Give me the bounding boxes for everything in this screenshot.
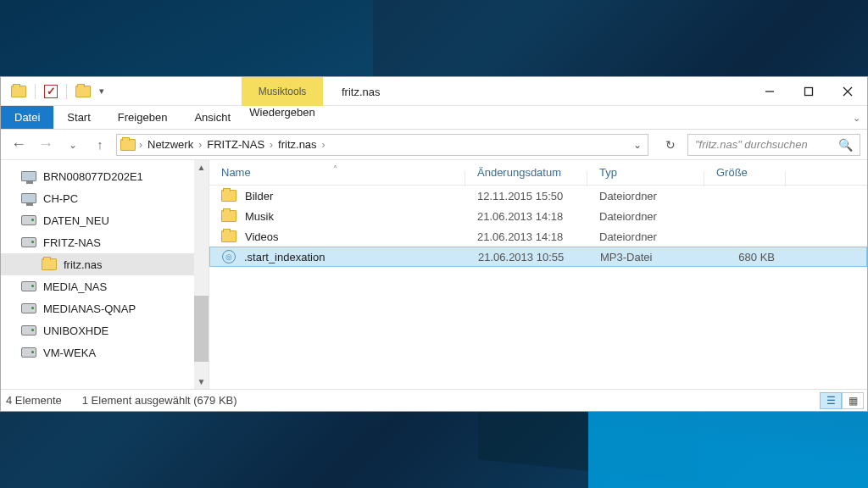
file-name: Bilder	[245, 190, 273, 202]
tree-item-label: BRN008077D202E1	[43, 170, 143, 183]
address-dropdown-button[interactable]: ⌄	[627, 139, 648, 151]
qat-customize-icon[interactable]: ▾	[99, 86, 104, 97]
folder-icon	[221, 230, 236, 242]
scrollbar-thumb[interactable]	[194, 296, 209, 362]
tree-item-label: VM-WEKA	[43, 347, 96, 359]
breadcrumb-segment[interactable]: FRITZ-NAS	[205, 138, 266, 151]
forward-button[interactable]: →	[35, 136, 57, 153]
file-row[interactable]: Videos21.06.2013 14:18Dateiordner	[209, 226, 867, 247]
col-name[interactable]: Name ˄	[209, 166, 465, 179]
tree-item[interactable]: UNIBOXHDE	[1, 319, 209, 341]
breadcrumb-sep-icon[interactable]: ›	[139, 139, 142, 151]
drive-icon	[21, 325, 36, 336]
file-name: .start_indexation	[244, 251, 325, 263]
drive-icon	[21, 237, 36, 247]
qat-separator	[35, 84, 36, 99]
tree-item[interactable]: DATEN_NEU	[1, 209, 209, 231]
quick-access-toolbar: ✓ ▾	[1, 84, 104, 99]
search-placeholder: "fritz.nas" durchsuchen	[695, 138, 808, 151]
folder-icon	[221, 190, 236, 202]
tree-item[interactable]: VM-WEKA	[1, 341, 209, 363]
file-row[interactable]: Musik21.06.2013 14:18Dateiordner	[209, 206, 867, 226]
qat-new-folder-icon[interactable]	[75, 86, 91, 97]
search-box[interactable]: "fritz.nas" durchsuchen 🔍	[687, 134, 860, 156]
cell-type: Dateiordner	[587, 230, 704, 243]
scrollbar-track[interactable]: ▲▼	[194, 160, 209, 389]
view-large-icons-button[interactable]: ▦	[842, 392, 864, 409]
tree-item-label: MEDIA_NAS	[43, 280, 107, 293]
cell-name: Videos	[209, 230, 465, 243]
breadcrumb-sep-icon[interactable]: ›	[270, 139, 273, 151]
file-name: Videos	[245, 230, 279, 243]
cell-name: Musik	[209, 210, 465, 223]
ribbon-tab-playback[interactable]: Wiedergeben	[242, 106, 323, 119]
tree-item[interactable]: BRN008077D202E1	[1, 165, 209, 187]
cell-name: ◎.start_indexation	[210, 250, 466, 263]
cell-size: 680 KB	[705, 251, 787, 263]
view-toggle: ☰ ▦	[820, 392, 864, 409]
col-name-label: Name	[221, 166, 251, 179]
breadcrumb-sep-icon[interactable]: ›	[322, 139, 326, 151]
file-row[interactable]: Bilder12.11.2015 15:50Dateiordner	[209, 186, 867, 206]
computer-icon	[21, 193, 36, 203]
qat-properties-icon[interactable]: ✓	[44, 85, 58, 98]
maximize-button[interactable]	[789, 77, 828, 106]
file-row[interactable]: ◎.start_indexation21.06.2013 10:55MP3-Da…	[209, 247, 867, 267]
cell-date: 21.06.2013 10:55	[466, 251, 588, 263]
tree-item[interactable]: CH-PC	[1, 187, 209, 209]
tree-item[interactable]: fritz.nas	[1, 253, 209, 275]
status-selection: 1 Element ausgewählt (679 KB)	[82, 394, 237, 407]
cell-date: 12.11.2015 15:50	[465, 190, 587, 202]
ribbon-expand-icon[interactable]: ⌄	[853, 106, 860, 130]
folder-icon	[221, 210, 236, 222]
breadcrumb-segment[interactable]: fritz.nas	[276, 138, 319, 151]
drive-icon	[21, 215, 36, 225]
contextual-tab-header: Musiktools	[242, 77, 323, 106]
search-icon: 🔍	[838, 138, 853, 152]
ribbon-tab-file[interactable]: Datei	[1, 106, 53, 129]
file-rows: Bilder12.11.2015 15:50DateiordnerMusik21…	[209, 186, 867, 267]
window-controls	[750, 77, 867, 106]
view-details-button[interactable]: ☰	[820, 392, 842, 409]
tree-item[interactable]: MEDIA_NAS	[1, 275, 209, 297]
recent-locations-button[interactable]: ⌄	[62, 139, 84, 151]
window-title: fritz.nas	[342, 77, 381, 106]
svg-rect-1	[805, 88, 813, 96]
tree-item[interactable]: FRITZ-NAS	[1, 231, 209, 253]
titlebar[interactable]: ✓ ▾ Musiktools fritz.nas	[1, 77, 867, 106]
tree-item-label: fritz.nas	[64, 258, 103, 271]
breadcrumb-sep-icon[interactable]: ›	[198, 139, 202, 151]
status-item-count: 4 Elemente	[6, 394, 62, 407]
back-button[interactable]: ←	[8, 136, 30, 153]
col-type[interactable]: Typ	[587, 166, 704, 179]
col-date[interactable]: Änderungsdatum	[465, 166, 587, 179]
ribbon-tab-view[interactable]: Ansicht	[181, 106, 244, 129]
scroll-down-button[interactable]: ▼	[194, 374, 209, 389]
refresh-button[interactable]: ↻	[659, 138, 682, 152]
col-size[interactable]: Größe	[704, 166, 786, 179]
tree-item[interactable]: MEDIANAS-QNAP	[1, 297, 209, 319]
ribbon-tab-share[interactable]: Freigeben	[104, 106, 181, 129]
up-button[interactable]: ↑	[89, 137, 111, 152]
tree-item-label: MEDIANAS-QNAP	[43, 302, 136, 315]
computer-icon	[21, 171, 36, 181]
ribbon-tab-start[interactable]: Start	[53, 106, 103, 129]
cell-type: Dateiordner	[587, 190, 704, 202]
address-bar[interactable]: › Netzwerk › FRITZ-NAS › fritz.nas › ⌄	[116, 134, 648, 156]
folder-icon	[42, 258, 57, 270]
audio-file-icon: ◎	[222, 250, 236, 263]
tree-item-label: UNIBOXHDE	[43, 324, 108, 337]
address-folder-icon	[120, 139, 136, 151]
nav-row: ← → ⌄ ↑ › Netzwerk › FRITZ-NAS › fritz.n…	[1, 130, 867, 160]
breadcrumb-root[interactable]: Netzwerk	[146, 138, 195, 151]
minimize-button[interactable]	[750, 77, 789, 106]
cell-name: Bilder	[209, 190, 465, 202]
explorer-body: BRN008077D202E1CH-PCDATEN_NEUFRITZ-NASfr…	[1, 160, 867, 389]
close-button[interactable]	[828, 77, 867, 106]
scroll-up-button[interactable]: ▲	[194, 160, 209, 175]
column-headers: Name ˄ Änderungsdatum Typ Größe	[209, 160, 867, 186]
sort-asc-icon: ˄	[333, 164, 337, 174]
cell-type: Dateiordner	[587, 210, 704, 223]
qat-folder-icon[interactable]	[11, 86, 26, 97]
nav-tree[interactable]: BRN008077D202E1CH-PCDATEN_NEUFRITZ-NASfr…	[1, 160, 209, 389]
